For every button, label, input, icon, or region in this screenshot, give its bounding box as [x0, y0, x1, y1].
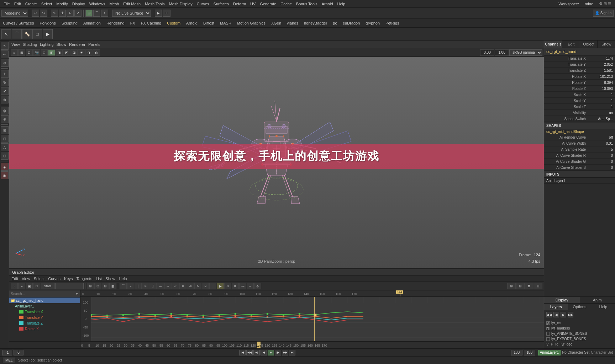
vp-frame-all-btn[interactable]: ⊞ [18, 49, 25, 56]
pb-end-val[interactable] [511, 350, 522, 355]
ge-config-btn[interactable]: ⊞ [534, 283, 542, 289]
attr-sx[interactable]: Scale X 1 [544, 92, 615, 98]
layer-vis-v3[interactable] [546, 337, 550, 341]
vpr-btn-2[interactable]: ◀ [553, 312, 559, 317]
shelf-tab-fxcaching[interactable]: FX Caching [140, 20, 163, 26]
attr-ai-sample-val[interactable]: 5 [588, 148, 613, 151]
menu-mesh-tools[interactable]: Mesh Tools [143, 2, 167, 6]
menu-mesh[interactable]: Mesh [107, 2, 121, 6]
ge-menu-help[interactable]: Help [119, 277, 127, 281]
select-tool-btn[interactable]: ↖ [51, 10, 58, 17]
vp-shadow-btn[interactable]: ◑ [85, 49, 93, 56]
rotate-tool-btn[interactable]: ↻ [67, 10, 74, 17]
vpr-btn-1[interactable]: ◀◀ [546, 312, 552, 317]
shelf-tab-custom[interactable]: Custom [165, 20, 182, 26]
input-animlayer[interactable]: AnimLayer1 [544, 178, 615, 184]
attr-ai-shader-b[interactable]: Ai Curve Shader B 0 [544, 165, 615, 171]
ge-normalize-btn[interactable]: ⤢ [172, 283, 179, 289]
ge-motion-btn[interactable]: ⊸ [247, 283, 254, 289]
ge-filter-btn[interactable]: ⊎ [202, 283, 209, 289]
shelf-tab-curves[interactable]: Curves / Surfaces [1, 20, 35, 26]
select-icon[interactable]: ↖ [1, 29, 11, 39]
shelf-tab-eudragon[interactable]: euDragon [341, 20, 361, 26]
attr-tz-val[interactable]: -1.581 [588, 69, 613, 73]
ge-norm-btn[interactable]: ⊟ [102, 283, 109, 289]
attr-space-val[interactable]: Arm Sp... [588, 117, 613, 121]
ge-stack2-btn[interactable]: ≣ [525, 283, 533, 289]
ge-tangent3-btn[interactable]: ⌡ [135, 283, 142, 289]
shelf-tab-arnold[interactable]: Arnold [185, 20, 199, 26]
ge-filter2-btn[interactable]: ⋮ [209, 283, 216, 289]
vp-menu-view[interactable]: View [11, 42, 20, 47]
select-lt-btn[interactable]: ↖ [1, 42, 9, 50]
pb-fwd-btn[interactable]: ▶▶ [282, 350, 288, 355]
ge-frame2-btn[interactable]: ⊡ [94, 283, 101, 289]
tree-item-rx[interactable]: Rotate X [9, 326, 80, 332]
search-input[interactable] [11, 292, 75, 296]
ge-menu-curves[interactable]: Curves [48, 277, 61, 281]
ge-retime-btn[interactable]: ⊷ [239, 283, 246, 289]
pb-range-start[interactable]: -1 [2, 350, 12, 355]
menu-curves[interactable]: Curves [195, 2, 211, 6]
pb-next-btn[interactable]: |▶ [275, 350, 281, 355]
graph-editor-curves[interactable]: 0 10 20 30 40 50 60 70 80 90 100 [80, 290, 544, 341]
attr-ai-width[interactable]: Ai Curve Width 0.01 [544, 140, 615, 146]
undo-btn[interactable]: ↩ [32, 10, 39, 17]
ge-menu-list[interactable]: List [96, 277, 102, 281]
move-lt-btn[interactable]: ✛ [1, 70, 9, 78]
attr-sy-val[interactable]: 1 [588, 99, 613, 103]
menu-help[interactable]: Help [335, 2, 348, 6]
vp-menu-renderer[interactable]: Renderer [69, 42, 85, 47]
ge-stack-btn[interactable]: ≡ [179, 283, 186, 289]
attr-ty[interactable]: Translate Y 2.052 [544, 61, 615, 68]
sel-btn-icon[interactable]: □ [32, 29, 42, 39]
attr-ai-shader-g-val[interactable]: 0 [588, 160, 613, 164]
vp-shade3-btn[interactable]: ◩ [63, 49, 70, 56]
attr-ty-val[interactable]: 2.052 [588, 63, 613, 66]
vp-val1-input[interactable]: 0.00 [480, 49, 494, 56]
shelf-tab-petrigs[interactable]: PetRigs [384, 20, 401, 26]
ge-menu-tangents[interactable]: Tangents [77, 277, 93, 281]
ge-key4-btn[interactable]: □ [33, 283, 40, 289]
attr-tx-val[interactable]: -1.74 [588, 57, 613, 60]
ge-key2-btn[interactable]: ⬧ [18, 283, 25, 289]
ge-ripple-btn[interactable]: ≋ [232, 283, 239, 289]
tree-item-ty[interactable]: Translate Y [9, 315, 80, 320]
ge-menu-show[interactable]: Show [105, 277, 115, 281]
attr-ai-shader-r-val[interactable]: 0 [588, 154, 613, 157]
ge-collapse3-btn[interactable]: ⊟ [516, 283, 525, 289]
vp-shade2-btn[interactable]: ◨ [56, 49, 63, 56]
paint-lt-btn[interactable]: ✏ [1, 50, 9, 58]
snap-lt-btn[interactable]: ⊞ [1, 126, 9, 134]
vp-home-btn[interactable]: ⌂ [11, 49, 18, 56]
menu-select[interactable]: Select [39, 2, 54, 6]
ge-bake-btn[interactable]: ⊙ [224, 283, 231, 289]
pb-play-btn[interactable]: ▶ [268, 350, 274, 355]
layer-vis-r1[interactable]: R [546, 327, 550, 330]
extra2-lt-btn[interactable]: ◉ [1, 171, 9, 179]
ge-expand-btn[interactable]: ⊞ [507, 283, 516, 289]
attr-ai-shader-b-val[interactable]: 0 [588, 166, 613, 170]
attr-vis-val[interactable]: on [588, 111, 613, 115]
attr-ry[interactable]: Rotate Y 8.394 [544, 80, 615, 86]
snap2-lt-btn[interactable]: ⊡ [1, 135, 9, 143]
subtab-options[interactable]: Options [568, 304, 591, 310]
scale-lt-btn[interactable]: ⤢ [1, 87, 9, 95]
attr-sy[interactable]: Scale Y 1 [544, 98, 615, 104]
sel-crv-icon[interactable]: ⌒ [12, 29, 22, 39]
attr-ai-width-val[interactable]: 0.01 [588, 141, 613, 145]
tree-item-root[interactable]: 📁 cc_rgt_mid_hand [9, 298, 80, 303]
attr-ry-val[interactable]: 8.394 [588, 81, 613, 85]
vp-light-btn[interactable]: ☀ [78, 49, 85, 56]
timeline-ruler-area[interactable]: 0 5 10 15 20 25 30 35 40 45 50 55 60 65 [80, 342, 544, 348]
attr-space[interactable]: Space Switch Arm Sp... [544, 116, 615, 122]
mel-mode-indicator[interactable]: MEL [3, 358, 15, 363]
layer-item-cc[interactable]: V lyr_cc [544, 320, 615, 326]
animtrac-icon[interactable]: ▶ [43, 29, 53, 39]
redo-btn[interactable]: ↪ [40, 10, 47, 17]
layer-item-export-bones[interactable]: lyr_EXPORT_BONES [544, 336, 615, 342]
tree-item-tz[interactable]: Translate Z [9, 320, 80, 326]
vp-val2-input[interactable]: 1.00 [495, 49, 509, 56]
subtab-help[interactable]: Help [592, 304, 615, 310]
timeline-bar[interactable]: 0 5 10 15 20 25 30 35 40 45 50 55 60 65 [9, 341, 544, 348]
